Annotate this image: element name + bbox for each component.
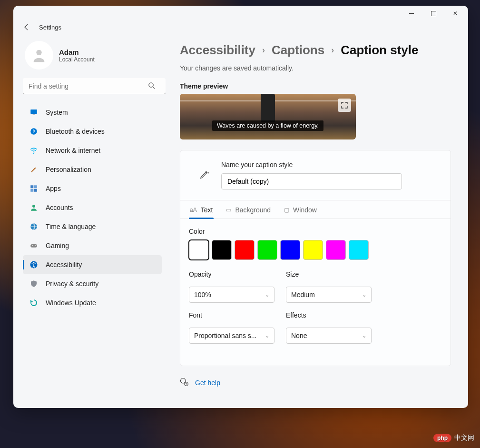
chevron-right-icon: › (331, 45, 334, 55)
caption-style-card: Name your caption style aAText▭Backgroun… (180, 150, 451, 366)
help-icon: ? (180, 378, 188, 388)
accessibility-icon (29, 260, 38, 269)
text-tab-icon: aA (190, 207, 197, 213)
watermark-text: 中文网 (454, 434, 474, 442)
search-icon (148, 82, 155, 91)
color-swatch[interactable] (257, 240, 277, 260)
sidebar-item-label: Bluetooth & devices (46, 128, 105, 135)
search-box[interactable] (23, 78, 162, 94)
profile-block[interactable]: Adam Local Account (23, 41, 162, 70)
color-swatch[interactable] (212, 240, 232, 260)
tab-background[interactable]: ▭Background (225, 200, 272, 219)
window-tab-icon: ▢ (284, 207, 289, 213)
brush-icon (29, 165, 38, 174)
sidebar-item-update[interactable]: Windows Update (23, 293, 162, 312)
sidebar-item-personalization[interactable]: Personalization (23, 160, 162, 179)
sidebar-item-label: Apps (46, 185, 61, 192)
breadcrumb: Accessibility › Captions › Caption style (180, 43, 451, 58)
svg-rect-13 (30, 244, 37, 248)
sidebar-item-accessibility[interactable]: Accessibility (23, 255, 162, 274)
color-swatch[interactable] (326, 240, 346, 260)
sidebar-item-accounts[interactable]: Accounts (23, 198, 162, 217)
close-button[interactable] (444, 6, 466, 21)
font-dropdown[interactable]: Proportional sans s... ⌄ (189, 328, 274, 344)
svg-point-17 (33, 262, 35, 263)
color-swatch[interactable] (303, 240, 323, 260)
breadcrumb-caption-style: Caption style (341, 43, 418, 58)
update-icon (29, 299, 38, 307)
maximize-button[interactable] (422, 6, 444, 21)
sidebar-item-label: Network & internet (46, 147, 100, 154)
svg-point-11 (32, 205, 35, 208)
chevron-down-icon: ⌄ (362, 333, 366, 339)
monitor-icon (29, 108, 38, 117)
avatar (25, 41, 53, 70)
svg-rect-3 (30, 110, 37, 114)
profile-sub: Local Account (59, 56, 95, 63)
bluetooth-icon (29, 127, 38, 136)
breadcrumb-captions[interactable]: Captions (272, 43, 324, 58)
style-name-input[interactable] (221, 173, 402, 189)
sidebar-item-label: Windows Update (46, 299, 96, 307)
watermark: php 中文网 (433, 434, 474, 442)
effects-dropdown[interactable]: None ⌄ (286, 328, 372, 344)
main-content: Accessibility › Captions › Caption style… (166, 33, 468, 408)
sidebar: Adam Local Account SystemBluetooth & dev… (13, 33, 166, 408)
svg-point-0 (36, 50, 41, 55)
sidebar-item-network[interactable]: Network & internet (23, 141, 162, 160)
svg-point-15 (35, 245, 36, 246)
svg-line-2 (153, 87, 155, 89)
shield-icon (29, 279, 38, 288)
profile-name: Adam (59, 48, 95, 56)
font-label: Font (189, 311, 274, 319)
expand-preview-button[interactable] (338, 99, 351, 112)
opacity-label: Opacity (189, 270, 274, 278)
breadcrumb-accessibility[interactable]: Accessibility (180, 43, 255, 58)
sidebar-item-label: Gaming (46, 242, 69, 249)
svg-rect-8 (34, 185, 37, 188)
sidebar-item-system[interactable]: System (23, 103, 162, 122)
size-dropdown[interactable]: Medium ⌄ (286, 287, 372, 303)
preview-caption-text: Waves are caused by a flow of energy. (212, 120, 323, 131)
opacity-dropdown[interactable]: 100% ⌄ (189, 287, 274, 303)
chevron-down-icon: ⌄ (265, 292, 269, 298)
svg-point-6 (33, 153, 34, 154)
svg-rect-9 (30, 189, 33, 192)
minimize-button[interactable] (401, 6, 422, 21)
style-tabs: aAText▭Background▢Window (180, 200, 451, 219)
color-label: Color (189, 228, 442, 235)
apps-icon (29, 184, 38, 193)
tab-window[interactable]: ▢Window (283, 200, 318, 219)
svg-rect-4 (33, 115, 35, 116)
sidebar-item-privacy[interactable]: Privacy & security (23, 274, 162, 293)
background-tab-icon: ▭ (226, 207, 231, 213)
get-help-link[interactable]: Get help (195, 379, 220, 387)
theme-preview: Waves are caused by a flow of energy. (180, 94, 356, 139)
color-swatch[interactable] (280, 240, 300, 260)
search-input[interactable] (23, 78, 166, 94)
sidebar-item-label: Accounts (46, 204, 73, 211)
color-swatch[interactable] (349, 240, 369, 260)
color-swatches (189, 240, 442, 260)
chevron-right-icon: › (262, 45, 265, 55)
svg-text:?: ? (186, 383, 187, 386)
sidebar-item-label: System (46, 109, 68, 116)
svg-point-5 (30, 128, 37, 135)
sidebar-item-apps[interactable]: Apps (23, 179, 162, 198)
sidebar-item-time[interactable]: Time & language (23, 217, 162, 236)
help-row: ? Get help (180, 378, 451, 388)
sidebar-item-gaming[interactable]: Gaming (23, 236, 162, 255)
svg-rect-10 (34, 189, 37, 192)
sidebar-item-bluetooth[interactable]: Bluetooth & devices (23, 122, 162, 141)
color-swatch[interactable] (189, 240, 209, 260)
tab-text[interactable]: aAText (189, 200, 214, 219)
svg-rect-7 (30, 185, 33, 188)
watermark-badge: php (433, 434, 451, 442)
gamepad-icon (29, 241, 38, 250)
color-swatch[interactable] (235, 240, 255, 260)
back-button[interactable] (21, 21, 32, 33)
settings-window: Settings Adam Local Account SystemBlueto… (13, 6, 468, 408)
svg-point-14 (32, 245, 33, 246)
edit-icon (199, 169, 210, 181)
svg-point-18 (181, 378, 186, 384)
